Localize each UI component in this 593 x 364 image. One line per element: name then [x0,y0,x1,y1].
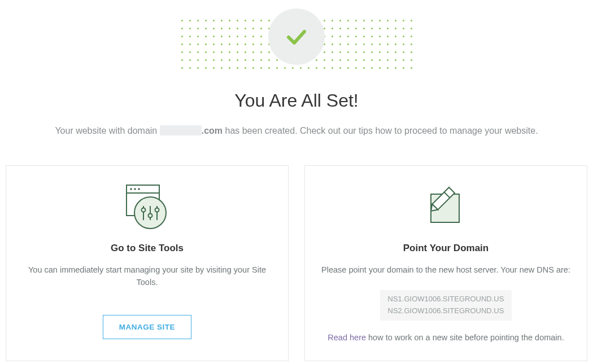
svg-point-11 [155,208,159,212]
site-tools-desc: You can immediately start managing your … [20,264,274,289]
checkmark-icon [268,8,325,65]
site-tools-icon [20,182,274,231]
dns-entry: NS1.GIOW1006.SITEGROUND.US [388,293,504,305]
svg-point-2 [130,188,132,191]
svg-point-9 [141,208,145,212]
svg-point-4 [138,188,140,191]
dns-entry: NS2.GIOW1006.SITEGROUND.US [388,305,504,317]
site-tools-card: Go to Site Tools You can immediately sta… [6,165,289,361]
dns-list: NS1.GIOW1006.SITEGROUND.US NS2.GIOW1006.… [380,290,512,321]
site-tools-title: Go to Site Tools [20,243,274,254]
manage-site-button[interactable]: MANAGE SITE [103,315,191,339]
svg-point-3 [134,188,136,191]
hero-graphic [178,11,415,68]
read-here-link[interactable]: Read here [328,333,366,342]
point-domain-footer: Read here how to work on a new site befo… [319,332,573,344]
page-title: You Are All Set! [6,90,587,111]
point-domain-title: Point Your Domain [319,243,573,254]
point-domain-icon [319,182,573,231]
point-domain-desc: Please point your domain to the new host… [319,264,573,277]
page-subtitle: Your website with domain .com has been c… [6,125,587,137]
svg-point-10 [148,214,152,218]
redacted-domain [160,125,202,135]
point-domain-card: Point Your Domain Please point your doma… [304,165,587,361]
